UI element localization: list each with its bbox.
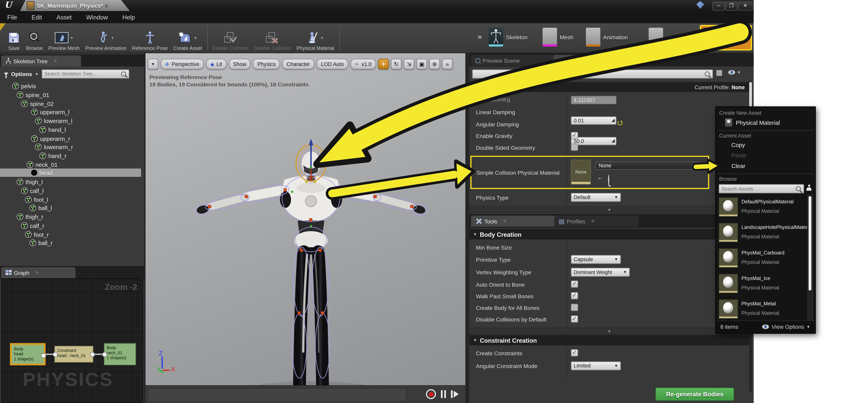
skeleton-search-input[interactable] [42,70,121,78]
menu-window[interactable]: Window [79,14,115,21]
axis-widget-button[interactable]: ⊕ [429,59,440,69]
tree-item-thigh-r[interactable]: thigh_r [17,212,43,221]
walk-past-checkbox[interactable]: ✓ [571,292,578,299]
graph-node-body-neck[interactable]: Bodyneck_011 shape(s) [104,343,136,365]
viewport-menu-button[interactable]: ▼ [148,59,158,69]
character-button[interactable]: Character [282,59,314,69]
translate-tool-button[interactable]: ✛ [378,59,389,69]
preview-animation-button[interactable]: ▼ Preview Animation [83,24,129,51]
browse-button[interactable]: Browse [23,24,45,51]
mode-mesh[interactable]: Mesh [543,28,574,47]
tab-close-icon[interactable]: x [105,3,108,8]
timeline-track[interactable] [148,388,406,402]
tree-item-calf-l[interactable]: calf_l [21,186,43,195]
close-icon[interactable]: ✕ [503,219,507,224]
spin-handle-icon[interactable] [611,119,615,122]
tree-item-upperarm-r[interactable]: upperarm_r [31,134,70,142]
physical-material-button[interactable]: ▼ Physical Material [294,24,337,51]
double-sided-checkbox[interactable]: ✓ [571,144,578,151]
enable-gravity-checkbox[interactable]: ✓ [571,132,578,139]
graph-node-body-head[interactable]: Bodyhead1 shape(s) [10,343,45,365]
tree-item-calf-r[interactable]: calf_r [21,221,44,230]
playback-speed-button[interactable]: ►x1.0 [350,59,376,69]
perspective-button[interactable]: ❖Perspective [160,59,204,69]
viewport[interactable]: ▼ ❖Perspective ◆Lit Show Physics Charact… [146,53,465,403]
pause-button[interactable] [441,390,446,398]
regenerate-bodies-button[interactable]: Re-generate Bodies [655,387,734,401]
physical-material-dropdown[interactable]: None▼ [595,161,699,170]
lit-button[interactable]: ◆Lit [206,59,226,69]
skeleton-search[interactable] [41,69,129,78]
close-button[interactable]: ✕ [738,2,752,10]
tab-details[interactable]: Details ✕ [554,55,630,66]
tab-tools[interactable]: Tools ✕ [471,215,559,227]
asset-item-landscapehole[interactable]: LandscapeHolePhysicalMaterialPhysical Ma… [719,220,808,245]
view-options-button[interactable]: View Options ▼ [762,324,810,330]
menu-edit[interactable]: Edit [24,14,49,21]
create-constraints-checkbox[interactable]: ✓ [571,349,578,356]
asset-item-carboard[interactable]: PhysMat_CarboardPhysical Material [719,246,808,270]
body-creation-header[interactable]: ▼ Body Creation [469,229,749,239]
scale-tool-button[interactable]: ⇲ [404,59,414,69]
menu-help[interactable]: Help [115,14,142,21]
tab-skeleton-tree[interactable]: Skeleton Tree ✕ [1,55,81,66]
view-filter-button[interactable]: ▼ [728,70,741,75]
minimize-button[interactable]: ─ [713,2,725,10]
asset-list-scrollbar[interactable] [808,195,813,320]
tree-item-upperarm-l[interactable]: upperarm_l [31,108,69,116]
tree-item-pelvis[interactable]: pelvis [12,82,36,90]
vertex-weighting-dropdown[interactable]: Dominant Weight▼ [571,268,630,277]
panel-splitter[interactable] [465,53,469,403]
menu-item-copy[interactable]: Copy [731,141,745,148]
node-input-pin[interactable] [53,352,58,357]
physics-type-dropdown[interactable]: Default▼ [571,193,621,202]
browse-to-asset-icon[interactable] [608,175,609,185]
tree-item-hand-l[interactable]: hand_l [39,125,66,134]
tutorial-cap-icon[interactable] [696,1,704,9]
constraint-creation-header[interactable]: ▼ Constraint Creation [469,335,749,345]
asset-item-default[interactable]: DefaultPhysicalMaterialPhysical Material [719,195,808,220]
tree-item-hand-r[interactable]: hand_r [39,151,67,160]
auto-orient-checkbox[interactable]: ✓ [571,281,578,288]
primitive-type-dropdown[interactable]: Capsule▼ [571,255,621,264]
physics-menu-button[interactable]: Physics [253,59,280,69]
tree-item-neck-01[interactable]: neck_01 [27,160,58,168]
use-selected-asset-icon[interactable]: ← [597,173,604,181]
close-icon[interactable]: ✕ [35,270,39,276]
close-icon[interactable]: ✕ [588,58,592,63]
physics-section-header[interactable]: Physics Current Profile: None [469,82,749,92]
asset-search[interactable] [719,184,804,194]
mode-skeleton[interactable]: Skeleton [489,28,528,47]
more-tools-button[interactable]: » [442,59,453,69]
mode-animation[interactable]: Animation [586,28,628,47]
massinkg-override-checkbox[interactable] [475,96,482,103]
reference-pose-button[interactable]: Reference Pose [129,24,170,51]
angular-mode-dropdown[interactable]: Limited▼ [571,361,621,370]
menu-item-clear[interactable]: Clear [731,163,745,169]
spin-handle-icon[interactable] [611,139,615,142]
record-button[interactable] [426,389,436,399]
asset-search-input[interactable] [719,185,796,192]
mode-physics[interactable]: ✱ Physics [700,25,752,51]
rotate-tool-button[interactable]: ↻ [391,59,402,69]
tab-profiles[interactable]: ▤ Profiles ✕ [554,215,639,227]
node-output-pin[interactable] [90,352,95,357]
property-matrix-icon[interactable]: ▦ [716,68,723,77]
reset-to-default-icon[interactable]: ⭯ [617,119,623,126]
step-forward-button[interactable] [451,390,459,398]
section-expander[interactable]: ▼ [469,206,749,213]
save-button[interactable]: Save [4,24,23,51]
tree-item-spine-02[interactable]: spine_02 [21,99,54,108]
tab-preview-scene[interactable]: Preview Scene [471,55,558,66]
tree-item-ball-l[interactable]: ball_l [29,203,52,212]
create-asset-button[interactable]: ▼ Create Asset [170,24,205,51]
mode-extra[interactable] [649,28,663,47]
tree-item-spine-01[interactable]: spine_01 [17,90,49,98]
tree-item-lowerarm-r[interactable]: lowerarm_r [35,142,73,151]
menu-asset[interactable]: Asset [49,14,79,21]
tab-graph[interactable]: Graph ✕ [1,267,75,278]
close-icon[interactable]: ✕ [53,58,57,64]
close-icon[interactable]: ✕ [591,219,595,224]
tree-item-foot-r[interactable]: foot_r [25,230,49,238]
options-dropdown[interactable]: Options [11,71,32,77]
